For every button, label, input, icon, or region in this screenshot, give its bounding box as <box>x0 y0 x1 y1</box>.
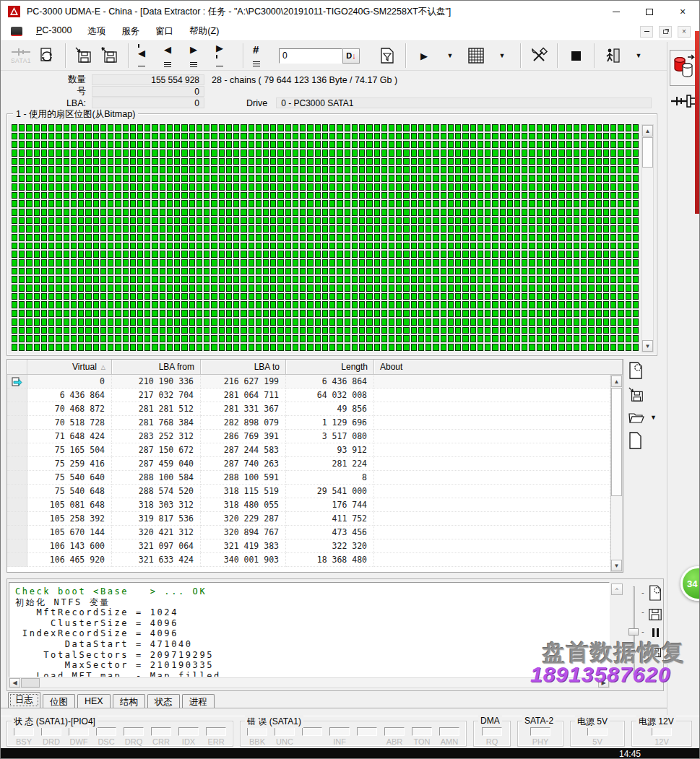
log-pause-icon[interactable] <box>652 628 659 637</box>
table-row[interactable]: 75 165 504287 150 672287 244 58393 912 <box>7 443 610 457</box>
bitmap-cell <box>581 293 587 300</box>
tab-位图[interactable]: 位图 <box>43 694 75 708</box>
build-map-button[interactable] <box>463 43 489 68</box>
table-row[interactable]: 75 540 640288 100 584288 100 5918 <box>7 471 610 485</box>
bitmap-cell <box>34 327 40 334</box>
bitmap-cell <box>263 124 269 131</box>
next-sector-button[interactable]: ▶ <box>186 43 212 68</box>
open-map-button[interactable]: ▼ <box>628 411 660 424</box>
bitmap-cell <box>219 335 225 342</box>
bitmap-scrollbar[interactable]: ▲ ▼ <box>641 124 654 352</box>
start-options-button[interactable]: ▼ <box>437 43 463 68</box>
exit-button[interactable] <box>600 43 626 68</box>
sata-utility-button[interactable] <box>670 90 697 112</box>
new-map-button[interactable] <box>628 362 644 379</box>
log-horizontal-scrollbar[interactable]: ◀ ▶ <box>9 677 610 688</box>
table-row[interactable]: 105 081 648318 303 312318 480 055176 744 <box>7 498 610 512</box>
save-task-button[interactable] <box>71 43 97 68</box>
scroll-up-button[interactable]: ▲ <box>611 376 622 387</box>
bitmap-cell <box>633 285 639 292</box>
menu-item-2[interactable]: 选项 <box>79 23 113 40</box>
scroll-up-button[interactable]: ▲ <box>642 125 653 136</box>
tab-日志[interactable]: 日志 <box>8 692 40 708</box>
tab-进程[interactable]: 进程 <box>182 694 215 708</box>
table-row[interactable]: 6 436 864217 032 704281 064 71164 032 00… <box>7 389 610 402</box>
bitmap-scroll-thumb[interactable] <box>642 137 653 168</box>
tab-状态[interactable]: 状态 <box>147 694 180 708</box>
bitmap-cell <box>359 285 365 292</box>
bitmap-cell <box>633 268 639 275</box>
table-row[interactable]: 71 648 424283 252 312286 769 3913 517 08… <box>7 430 610 443</box>
bitmap-cell <box>293 310 298 317</box>
minimize-button[interactable] <box>600 1 633 22</box>
sata-port-button[interactable]: SATA1 <box>8 43 34 68</box>
header-lba-from[interactable]: LBA from <box>112 360 201 375</box>
table-row[interactable]: 106 143 600321 097 064321 419 383322 320 <box>7 539 610 553</box>
bitmap-cell <box>152 183 157 191</box>
bitmap-cell <box>441 200 446 207</box>
filter-button[interactable] <box>374 43 400 68</box>
export-task-button[interactable] <box>97 43 123 68</box>
map-options-button[interactable]: ▼ <box>489 43 515 68</box>
log-new-document-gear-icon[interactable] <box>648 585 662 601</box>
table-row[interactable]: 105 258 392319 817 536320 229 287411 752 <box>7 512 610 526</box>
table-scrollbar[interactable]: ▲ ▼ <box>610 375 623 572</box>
last-sector-button[interactable]: ▶ <box>212 43 238 68</box>
scroll-left-button[interactable]: ◀ <box>9 678 20 688</box>
menu-item-3[interactable]: 服务 <box>113 23 147 40</box>
table-row[interactable]: 75 259 416287 459 040287 740 263281 224 <box>7 457 610 471</box>
goto-sector-button[interactable]: # <box>249 43 275 68</box>
first-sector-button[interactable]: ◀ <box>134 43 160 68</box>
menu-item-4[interactable]: 窗口 <box>147 23 181 40</box>
tab-HEX[interactable]: HEX <box>77 694 111 708</box>
bitmap-cell <box>478 175 483 182</box>
bitmap-cell <box>633 141 639 148</box>
save-map-button[interactable] <box>628 387 645 403</box>
table-row[interactable]: 75 540 648288 574 520318 115 51929 541 0… <box>7 485 610 498</box>
bitmap-cell <box>34 200 40 207</box>
chat-bubble[interactable]: 34 <box>680 566 700 601</box>
menu-item-1[interactable]: PC-3000 <box>28 23 79 40</box>
log-hscroll-thumb[interactable] <box>21 678 40 688</box>
maximize-button[interactable] <box>633 1 666 22</box>
bitmap-cell <box>241 192 246 199</box>
log-save-icon[interactable] <box>648 608 662 621</box>
menu-item-5[interactable]: 帮助(Z) <box>181 23 227 40</box>
scroll-down-button[interactable]: ▼ <box>611 560 622 571</box>
mdi-minimize-button[interactable] <box>640 26 653 38</box>
table-scroll-thumb[interactable] <box>611 388 622 496</box>
tab-结构[interactable]: 结构 <box>113 694 145 708</box>
sector-number-input[interactable] <box>279 48 342 64</box>
bitmap-cell <box>108 209 113 216</box>
scroll-down-button[interactable]: ▼ <box>642 340 653 352</box>
table-row[interactable]: 106 465 920321 633 424340 001 90318 368 … <box>7 553 610 567</box>
stop-button[interactable] <box>563 43 589 68</box>
indicator-label: IDX <box>182 737 195 747</box>
header-lba-to[interactable]: LBA to <box>201 360 286 375</box>
bitmap-cell <box>256 200 262 207</box>
table-row[interactable]: 105 670 144320 421 312320 894 767473 456 <box>7 526 610 539</box>
exit-options-button[interactable]: ▼ <box>626 43 652 68</box>
start-button[interactable]: ▶ <box>411 43 437 68</box>
database-copy-button[interactable] <box>670 50 699 86</box>
log-scroll-up-button[interactable]: ^ <box>611 584 623 595</box>
decimal-toggle-button[interactable]: D↓ <box>342 48 360 64</box>
refresh-task-button[interactable] <box>34 43 60 68</box>
header-length[interactable]: Length <box>286 360 374 375</box>
prev-sector-button[interactable]: ◀ <box>160 43 186 68</box>
header-virtual[interactable]: Virtual△ <box>27 360 112 375</box>
status-indicator: DWF <box>65 727 92 747</box>
mdi-restore-button[interactable] <box>659 26 672 38</box>
bitmap-cell <box>433 183 438 191</box>
table-row[interactable]: 70 518 728281 768 384282 898 0791 129 69… <box>7 416 610 430</box>
table-row[interactable]: 0210 190 336216 627 1996 436 864 <box>7 375 610 389</box>
close-button[interactable]: × <box>666 1 699 22</box>
tools-button[interactable] <box>526 43 552 68</box>
table-row[interactable]: 70 468 872281 281 512281 331 36749 856 <box>7 402 610 416</box>
header-about[interactable]: About <box>374 360 623 375</box>
bitmap-cell <box>263 276 269 283</box>
mdi-close-button[interactable]: × <box>678 26 691 38</box>
sector-bitmap-grid[interactable] <box>12 124 639 352</box>
blank-map-button[interactable] <box>628 432 642 449</box>
slider-thumb[interactable] <box>628 628 639 636</box>
